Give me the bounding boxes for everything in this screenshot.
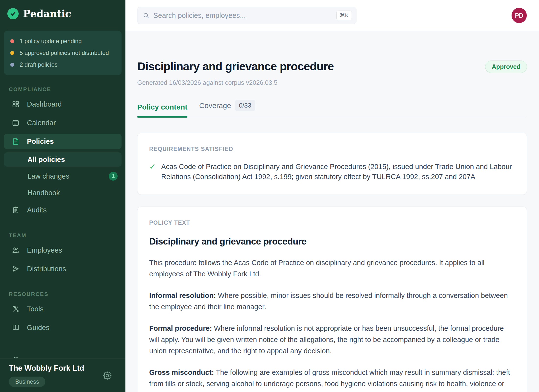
alert-not-distributed[interactable]: 5 approved policies not distributed	[10, 49, 115, 57]
send-icon	[12, 265, 20, 273]
search-input[interactable]: Search policies, employees... ⌘K	[137, 7, 356, 24]
alert-draft-policies[interactable]: 2 draft policies	[10, 61, 115, 69]
tools-icon	[12, 305, 20, 313]
section-compliance: COMPLIANCE	[9, 86, 122, 93]
law-changes-count-badge: 1	[109, 172, 118, 181]
tab-label: Coverage	[199, 101, 231, 110]
page-content: Disciplinary and grievance procedure App…	[125, 31, 539, 392]
main-area: Search policies, employees... ⌘K PD Disc…	[125, 0, 539, 392]
sidebar-item-handbook[interactable]: Handbook	[4, 186, 122, 200]
sidebar-item-calendar[interactable]: Calendar	[4, 115, 122, 130]
book-icon	[12, 324, 20, 331]
requirement-text: Acas Code of Practice on Disciplinary an…	[161, 162, 514, 182]
policy-text-card: POLICY TEXT Disciplinary and grievance p…	[137, 207, 527, 392]
sidebar-item-label: Policies	[27, 137, 54, 146]
requirements-card-label: REQUIREMENTS SATISFIED	[149, 146, 514, 152]
policy-heading: Disciplinary and grievance procedure	[149, 236, 514, 247]
tab-coverage[interactable]: Coverage 0/33	[199, 100, 255, 117]
sidebar-item-label: Distributions	[27, 265, 66, 273]
tab-policy-content[interactable]: Policy content	[137, 103, 187, 117]
sidebar-item-label: Employees	[27, 246, 62, 254]
page-subtitle: Generated 16/03/2026 against corpus v202…	[137, 79, 527, 86]
sidebar-item-guides[interactable]: Guides	[4, 320, 122, 335]
policy-card-label: POLICY TEXT	[149, 220, 514, 226]
sidebar: Pedantic 1 policy update pending 5 appro…	[0, 0, 125, 392]
requirement-item: ✓ Acas Code of Practice on Disciplinary …	[149, 162, 514, 182]
paragraph-lead: Gross misconduct:	[149, 368, 214, 376]
settings-gear-icon[interactable]	[102, 371, 112, 380]
sidebar-item-label: Tools	[27, 305, 44, 313]
calendar-icon	[12, 119, 20, 127]
brand-logo: Pedantic	[0, 0, 125, 20]
sidebar-item-label: Guides	[27, 324, 49, 332]
alert-text: 1 policy update pending	[20, 37, 82, 45]
page-title: Disciplinary and grievance procedure	[137, 60, 334, 73]
section-team: TEAM	[9, 232, 122, 239]
tab-label: Policy content	[137, 103, 187, 111]
search-placeholder: Search policies, employees...	[153, 12, 332, 20]
sidebar-nav: COMPLIANCE Dashboard Calendar Policies A…	[0, 75, 125, 358]
search-icon	[143, 12, 149, 19]
sidebar-item-label: Law changes	[27, 172, 69, 180]
sidebar-item-dashboard[interactable]: Dashboard	[4, 97, 122, 112]
alert-policy-update[interactable]: 1 policy update pending	[10, 37, 115, 45]
policy-paragraph: Formal procedure: Where informal resolut…	[149, 323, 512, 356]
avatar[interactable]: PD	[512, 8, 527, 23]
status-badge: Approved	[485, 61, 527, 73]
sidebar-item-all-policies[interactable]: All policies	[4, 152, 122, 167]
sidebar-item-label: Audits	[27, 206, 47, 214]
top-bar: Search policies, employees... ⌘K PD	[125, 0, 539, 31]
sidebar-item-law-changes[interactable]: Law changes 1	[4, 169, 122, 183]
paragraph-text: This procedure follows the Acas Code of …	[149, 259, 485, 278]
sidebar-item-audits[interactable]: Audits	[4, 202, 122, 218]
document-icon	[12, 137, 20, 145]
sidebar-item-label: Dashboard	[27, 100, 62, 108]
sidebar-item-label: Handbook	[27, 189, 60, 197]
alert-text: 2 draft policies	[20, 61, 58, 69]
policy-paragraph: Gross misconduct: The following are exam…	[149, 367, 512, 392]
circle-icon	[12, 356, 20, 358]
policy-paragraph: This procedure follows the Acas Code of …	[149, 257, 512, 280]
paragraph-lead: Informal resolution:	[149, 292, 216, 299]
plan-badge: Business	[9, 377, 45, 387]
grid-icon	[12, 100, 20, 108]
sidebar-item-label: All policies	[27, 156, 65, 164]
tab-bar: Policy content Coverage 0/33	[137, 100, 527, 117]
section-resources: RESOURCES	[9, 291, 122, 297]
organisation-name: The Wobbly Fork Ltd	[9, 364, 117, 373]
sidebar-item-partial[interactable]	[4, 352, 122, 358]
red-dot-icon	[10, 39, 14, 43]
brand-name: Pedantic	[23, 8, 71, 20]
requirements-card: REQUIREMENTS SATISFIED ✓ Acas Code of Pr…	[137, 133, 527, 195]
policy-paragraph: Informal resolution: Where possible, min…	[149, 290, 512, 312]
sidebar-item-label: Calendar	[27, 119, 56, 127]
active-tab-underline	[137, 116, 187, 118]
alerts-panel[interactable]: 1 policy update pending 5 approved polic…	[4, 31, 122, 75]
yellow-dot-icon	[10, 51, 14, 55]
sidebar-item-distributions[interactable]: Distributions	[4, 261, 122, 276]
sidebar-item-policies[interactable]: Policies	[4, 134, 122, 149]
shortcut-kbd: ⌘K	[336, 11, 352, 20]
check-icon: ✓	[149, 162, 156, 172]
sidebar-item-tools[interactable]: Tools	[4, 301, 122, 317]
people-icon	[12, 246, 20, 254]
coverage-count-pill: 0/33	[235, 100, 255, 111]
workspace-footer: The Wobbly Fork Ltd Business	[0, 358, 125, 392]
alert-text: 5 approved policies not distributed	[20, 49, 109, 57]
brand-check-icon	[7, 8, 19, 19]
clipboard-icon	[12, 206, 20, 214]
sidebar-item-employees[interactable]: Employees	[4, 243, 122, 258]
gray-dot-icon	[10, 63, 14, 67]
paragraph-lead: Formal procedure:	[149, 324, 212, 332]
